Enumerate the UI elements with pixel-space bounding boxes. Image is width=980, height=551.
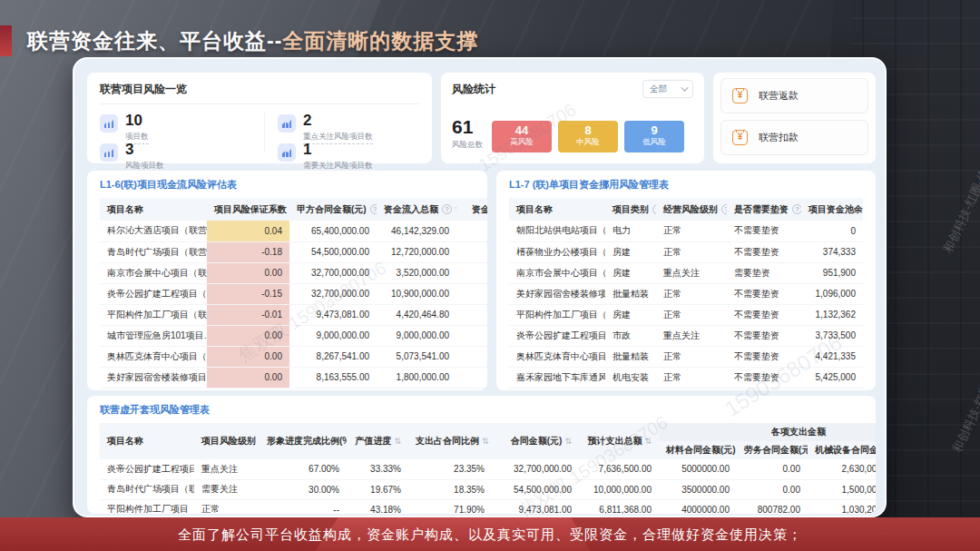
- cell: 正常: [656, 304, 727, 325]
- table-row: 楈葆物业办公楼项目（联...房建正常不需要垫资374,333: [509, 241, 863, 262]
- cell[interactable]: 0.00: [737, 479, 808, 499]
- cell[interactable]: 9,473,081.00: [492, 499, 579, 514]
- project-link[interactable]: 科尔沁大酒店项目（联营）: [100, 221, 207, 241]
- cell: 正常: [656, 367, 727, 388]
- watch-doc-icon: [278, 143, 296, 162]
- cell[interactable]: 9,473,081.00: [289, 304, 377, 325]
- info-icon[interactable]: ?: [721, 204, 727, 214]
- sort-icon[interactable]: ⇅: [644, 437, 652, 446]
- money-envelope-icon: ¥: [732, 88, 748, 103]
- cell[interactable]: 1,500,000: [808, 479, 876, 499]
- cell[interactable]: 32,700,000.00: [289, 262, 377, 283]
- project-link[interactable]: 炎帝公园扩建工程项目（...: [100, 283, 207, 304]
- cell: 不需要垫资: [727, 346, 801, 367]
- page-title: 联营资金往来、平台收益--全面清晰的数据支撑: [27, 27, 478, 55]
- sort-icon[interactable]: ⇅: [394, 437, 401, 446]
- cell[interactable]: 9,000,000.00: [289, 325, 377, 346]
- cell: 30.00%: [260, 479, 347, 499]
- cell[interactable]: 1,030,200: [808, 499, 876, 514]
- cell: 需要关注: [194, 479, 260, 499]
- cell: 重点关注: [656, 325, 727, 346]
- cell: 3,520,000.00: [377, 262, 456, 283]
- cell: -0.15: [207, 283, 289, 304]
- cell[interactable]: 1,096,000: [801, 283, 863, 304]
- project-link[interactable]: 青岛时代广场项目（联营）: [100, 241, 207, 262]
- project-link[interactable]: 朝阳北站供电站项目（联...: [509, 221, 605, 241]
- risk-filter-dropdown[interactable]: 全部: [642, 80, 693, 98]
- info-icon[interactable]: ?: [652, 204, 656, 214]
- project-link[interactable]: 平阳构件加工厂项目（联营）: [100, 499, 194, 514]
- info-icon[interactable]: ?: [370, 204, 377, 214]
- cell: 0.00: [207, 325, 289, 346]
- project-link[interactable]: 南京市会展中心项目（联...: [100, 262, 207, 283]
- project-link[interactable]: 美好家园宿舍楼装修项目...: [509, 283, 605, 304]
- cell[interactable]: 5000000.00: [659, 459, 737, 479]
- project-link[interactable]: 楈葆物业办公楼项目（联...: [509, 241, 605, 262]
- cell[interactable]: 32,700,000.00: [492, 459, 579, 479]
- cell[interactable]: 54,500,000.00: [492, 479, 579, 499]
- info-icon[interactable]: ?: [442, 204, 452, 214]
- project-link[interactable]: 城市管理应急房101项目...: [100, 325, 207, 346]
- badge-value: 44: [492, 124, 552, 137]
- cell[interactable]: 5,425,000: [801, 367, 863, 388]
- cell[interactable]: 4000000.00: [659, 499, 737, 514]
- project-link[interactable]: 南京市会展中心项目（联...: [509, 262, 605, 283]
- cell: 866: [456, 367, 487, 388]
- project-risk-overview-card: 联营项目风险一览 10 项目数 2 重点关注风险项目数 3 风险项目数 1 需要…: [87, 73, 432, 163]
- cell[interactable]: 0: [801, 221, 863, 241]
- cell[interactable]: 2,630,000: [808, 459, 876, 479]
- invoice-risk-table-card: 联营虚开套现风险管理表 项目名称项目风险级别形象进度完成比例(%)产值进度⇅支出…: [87, 396, 876, 514]
- joint-refund-button[interactable]: ¥ 联营返款: [720, 78, 868, 113]
- cell[interactable]: 8,163,555.00: [289, 367, 377, 388]
- badge-label: 中风险: [558, 137, 618, 147]
- stat-value: 10: [125, 112, 142, 129]
- cell: 批量精装: [605, 283, 656, 304]
- project-link[interactable]: 平阳构件加工厂项目（联...: [100, 304, 207, 325]
- cell[interactable]: 800782.00: [737, 499, 808, 514]
- cell: 机电安装: [605, 367, 656, 388]
- sort-icon[interactable]: ⇅: [482, 437, 489, 446]
- project-link[interactable]: 炎帝公园扩建工程项目（...: [509, 325, 605, 346]
- project-link[interactable]: 奥林匹克体育中心项目（...: [509, 346, 605, 367]
- mid-risk-badge: 8 中风险: [558, 121, 618, 153]
- cell: 不需要垫资: [727, 241, 801, 262]
- project-link[interactable]: 嘉禾家园地下车库通风项...: [509, 367, 605, 388]
- stat-value: 2: [303, 112, 311, 129]
- joint-deduction-button[interactable]: ¥ 联营扣款: [720, 120, 868, 155]
- project-link[interactable]: 炎帝公园扩建工程项目（联...: [100, 459, 194, 479]
- cell[interactable]: 3,733,500: [801, 325, 863, 346]
- cell: 71.90%: [408, 499, 492, 514]
- info-icon[interactable]: ?: [792, 204, 801, 214]
- quick-actions-card: ¥ 联营返款 ¥ 联营扣款: [713, 73, 876, 163]
- project-link[interactable]: 奥林匹克体育中心项目（...: [100, 346, 207, 367]
- cell: 需要垫资: [727, 262, 801, 283]
- risk-total: 61 风险总数: [452, 117, 483, 151]
- table-row: 奥林匹克体育中心项目（...批量精装正常不需要垫资4,421,335: [509, 346, 863, 367]
- cell[interactable]: 54,500,000.00: [289, 241, 377, 262]
- cell[interactable]: 1,132,362: [801, 304, 863, 325]
- cell[interactable]: 3500000.00: [659, 479, 737, 499]
- cell[interactable]: 951,900: [801, 262, 863, 283]
- sort-icon[interactable]: ⇅: [455, 205, 456, 214]
- cashflow-table: 项目名称项目风险保证系数?⇅甲方合同金额(元)?⇅资金流入总额?⇅资金流出总额科…: [100, 198, 487, 389]
- table-row: 平阳构件加工厂项目（联...-0.019,473,081.004,420,464…: [100, 304, 487, 325]
- cell[interactable]: 32,700,000.00: [289, 283, 377, 304]
- cell: 房建: [605, 241, 656, 262]
- sort-icon[interactable]: ⇅: [564, 437, 572, 446]
- cell: 19.67%: [347, 479, 408, 499]
- cell[interactable]: 0.00: [737, 459, 808, 479]
- cell[interactable]: 374,333: [801, 241, 863, 262]
- divider: [100, 103, 419, 104]
- cell[interactable]: 4,421,335: [801, 346, 863, 367]
- project-link[interactable]: 美好家园宿舍楼装修项目...: [100, 367, 207, 388]
- money-envelope-icon: ¥: [732, 130, 748, 145]
- column-header: 项目风险保证系数: [214, 204, 287, 214]
- cell[interactable]: 8,267,541.00: [289, 346, 377, 367]
- column-header: 支出占合同比例: [416, 436, 479, 446]
- project-link[interactable]: 平阳构件加工厂项目（联...: [509, 304, 605, 325]
- cell: 重点关注: [194, 459, 260, 479]
- cell: -0.01: [207, 304, 289, 325]
- project-link[interactable]: 青岛时代广场项目（联营）: [100, 479, 194, 499]
- cell[interactable]: 65,400,000.00: [289, 221, 377, 241]
- cell: 10,900,000.00: [377, 283, 456, 304]
